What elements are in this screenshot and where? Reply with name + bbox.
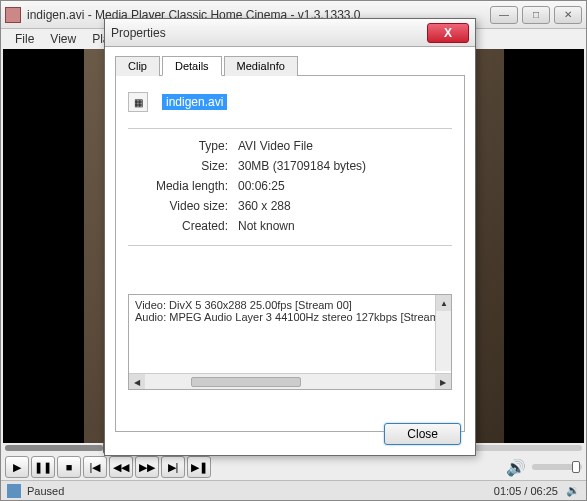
pause-button[interactable]: ❚❚ — [31, 456, 55, 478]
scrollbar-vertical[interactable]: ▲ — [435, 295, 451, 371]
stream-audio: Audio: MPEG Audio Layer 3 44100Hz stereo… — [135, 311, 445, 323]
seek-fill — [5, 445, 103, 451]
playback-controls: ▶ ❚❚ ■ |◀ ◀◀ ▶▶ ▶| ▶❚ 🔊 — [5, 455, 582, 479]
next-button[interactable]: ▶| — [161, 456, 185, 478]
tab-body-details: ▦ indigen.avi Type:AVI Video File Size:3… — [115, 76, 465, 432]
statusbar: Paused 01:05 / 06:25 🔉 — [1, 480, 586, 500]
scroll-right-icon[interactable]: ▶ — [435, 374, 451, 390]
stop-button[interactable]: ■ — [57, 456, 81, 478]
dialog-title: Properties — [111, 26, 427, 40]
forward-button[interactable]: ▶▶ — [135, 456, 159, 478]
dialog-close-button[interactable]: X — [427, 23, 469, 43]
minimize-button[interactable]: — — [490, 6, 518, 24]
label-videosize: Video size: — [128, 199, 238, 213]
label-created: Created: — [128, 219, 238, 233]
streams-box[interactable]: Video: DivX 5 360x288 25.00fps [Stream 0… — [128, 294, 452, 390]
label-length: Media length: — [128, 179, 238, 193]
label-size: Size: — [128, 159, 238, 173]
dialog-titlebar[interactable]: Properties X — [105, 19, 475, 47]
tabs: Clip Details MediaInfo — [115, 55, 465, 76]
play-button[interactable]: ▶ — [5, 456, 29, 478]
divider-2 — [128, 245, 452, 246]
scroll-left-icon[interactable]: ◀ — [129, 374, 145, 390]
close-window-button[interactable]: ✕ — [554, 6, 582, 24]
menu-view[interactable]: View — [42, 30, 84, 48]
close-button[interactable]: Close — [384, 423, 461, 445]
label-type: Type: — [128, 139, 238, 153]
value-size: 30MB (31709184 bytes) — [238, 159, 452, 173]
stream-video: Video: DivX 5 360x288 25.00fps [Stream 0… — [135, 299, 445, 311]
step-button[interactable]: ▶❚ — [187, 456, 211, 478]
divider — [128, 128, 452, 129]
menu-file[interactable]: File — [7, 30, 42, 48]
file-icon: ▦ — [128, 92, 148, 112]
time-display: 01:05 / 06:25 — [494, 485, 558, 497]
value-type: AVI Video File — [238, 139, 452, 153]
tab-mediainfo[interactable]: MediaInfo — [224, 56, 298, 76]
scrollbar-horizontal[interactable]: ◀ ▶ — [129, 373, 451, 389]
app-icon — [5, 7, 21, 23]
status-text: Paused — [27, 485, 64, 497]
volume-thumb[interactable] — [572, 461, 580, 473]
value-length: 00:06:25 — [238, 179, 452, 193]
dialog-footer: Close — [384, 423, 461, 445]
properties-dialog: Properties X Clip Details MediaInfo ▦ in… — [104, 18, 476, 456]
scroll-up-icon[interactable]: ▲ — [436, 295, 452, 311]
maximize-button[interactable]: □ — [522, 6, 550, 24]
tab-details[interactable]: Details — [162, 56, 222, 76]
value-videosize: 360 x 288 — [238, 199, 452, 213]
rewind-button[interactable]: ◀◀ — [109, 456, 133, 478]
volume-icon[interactable]: 🔊 — [506, 458, 526, 477]
prev-button[interactable]: |◀ — [83, 456, 107, 478]
volume-slider[interactable] — [532, 464, 582, 470]
tab-clip[interactable]: Clip — [115, 56, 160, 76]
filename[interactable]: indigen.avi — [162, 94, 227, 110]
scroll-thumb-h[interactable] — [191, 377, 301, 387]
status-icon — [7, 484, 21, 498]
mute-icon[interactable]: 🔉 — [566, 484, 580, 497]
value-created: Not known — [238, 219, 452, 233]
file-row: ▦ indigen.avi — [128, 92, 452, 112]
window-controls: — □ ✕ — [490, 6, 582, 24]
